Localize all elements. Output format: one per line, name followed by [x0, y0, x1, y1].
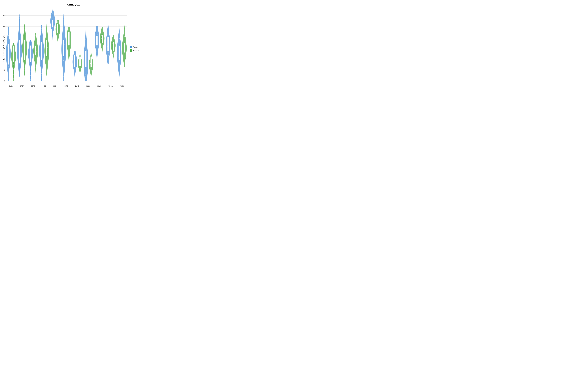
- svg-rect-280: [47, 37, 47, 37]
- svg-rect-235: [41, 60, 41, 60]
- svg-rect-759: [124, 32, 125, 33]
- svg-rect-491: [80, 53, 80, 53]
- svg-rect-645: [108, 45, 108, 45]
- svg-rect-618: [101, 35, 102, 36]
- svg-rect-254: [46, 40, 47, 56]
- svg-rect-59: [13, 75, 14, 75]
- svg-rect-238: [42, 55, 42, 55]
- legend-item-tumor: Tumor: [130, 46, 145, 48]
- svg-rect-150: [24, 27, 25, 28]
- svg-rect-127: [25, 67, 25, 67]
- svg-rect-278: [46, 41, 46, 41]
- svg-rect-643: [107, 48, 107, 48]
- svg-rect-117: [19, 17, 19, 17]
- svg-text:6: 6: [4, 47, 5, 49]
- svg-rect-750: [125, 45, 125, 45]
- svg-rect-486: [80, 57, 80, 57]
- svg-rect-79: [14, 49, 14, 49]
- svg-rect-179: [31, 50, 31, 50]
- svg-rect-345: [57, 29, 57, 29]
- svg-rect-284: [47, 30, 47, 30]
- svg-rect-754: [124, 39, 124, 40]
- svg-rect-441: [75, 68, 75, 68]
- svg-rect-176: [30, 54, 30, 54]
- svg-rect-683: [113, 45, 113, 45]
- svg-rect-480: [79, 60, 80, 61]
- svg-rect-692: [113, 38, 113, 38]
- svg-rect-26: [9, 70, 9, 70]
- svg-rect-540: [90, 67, 91, 67]
- svg-rect-534: [91, 72, 91, 72]
- svg-rect-336: [57, 37, 58, 37]
- svg-rect-61: [14, 72, 14, 72]
- svg-rect-617: [101, 36, 102, 37]
- svg-rect-146: [25, 34, 25, 35]
- svg-rect-216: [35, 38, 36, 38]
- svg-rect-217: [35, 37, 36, 37]
- svg-rect-600: [102, 52, 102, 52]
- svg-rect-516: [86, 37, 86, 37]
- svg-rect-298: [53, 34, 53, 34]
- svg-rect-101: [19, 50, 20, 50]
- svg-rect-41: [8, 43, 8, 43]
- svg-rect-666: [113, 59, 113, 59]
- svg-rect-702: [119, 75, 119, 75]
- svg-rect-98: [19, 56, 19, 56]
- svg-text:12: 12: [3, 15, 5, 17]
- svg-rect-740: [125, 59, 125, 59]
- svg-rect-353: [57, 22, 58, 23]
- svg-rect-380: [63, 35, 63, 36]
- svg-rect-536: [92, 70, 92, 71]
- svg-rect-374: [64, 49, 65, 49]
- svg-rect-661: [108, 21, 108, 21]
- svg-rect-78: [14, 50, 14, 50]
- svg-rect-555: [91, 55, 91, 55]
- svg-rect-100: [19, 52, 19, 52]
- svg-rect-107: [19, 37, 19, 37]
- svg-rect-81: [13, 47, 13, 47]
- svg-rect-122: [25, 75, 25, 75]
- svg-rect-483: [80, 58, 80, 59]
- svg-rect-584: [96, 38, 96, 39]
- svg-rect-647: [109, 42, 109, 42]
- svg-rect-36: [9, 52, 9, 52]
- svg-rect-103: [20, 45, 20, 46]
- svg-rect-477: [81, 63, 81, 63]
- svg-rect-745: [123, 52, 124, 52]
- svg-rect-88: [19, 76, 20, 77]
- svg-rect-570: [97, 57, 97, 57]
- svg-rect-361: [64, 79, 64, 79]
- svg-rect-406: [69, 52, 69, 53]
- svg-rect-394: [69, 70, 69, 70]
- svg-rect-266: [47, 61, 47, 62]
- svg-rect-347: [57, 27, 58, 28]
- svg-rect-488: [80, 55, 80, 55]
- svg-rect-416: [69, 38, 69, 38]
- svg-rect-423: [69, 28, 69, 28]
- svg-rect-313: [52, 19, 52, 19]
- svg-rect-674: [113, 52, 113, 53]
- svg-rect-623: [102, 31, 103, 31]
- svg-rect-219: [35, 34, 36, 34]
- svg-rect-660: [108, 22, 108, 23]
- svg-rect-198: [36, 62, 36, 62]
- svg-rect-208: [35, 49, 35, 49]
- svg-rect-184: [30, 43, 30, 43]
- svg-rect-73: [13, 57, 13, 57]
- svg-rect-470: [80, 67, 80, 67]
- svg-rect-363: [63, 74, 64, 74]
- svg-rect-303: [52, 29, 52, 29]
- svg-rect-264: [47, 65, 47, 65]
- svg-rect-236: [41, 58, 41, 58]
- svg-rect-111: [20, 29, 20, 29]
- svg-rect-407: [69, 51, 69, 51]
- svg-rect-143: [24, 40, 25, 40]
- svg-rect-147: [25, 33, 25, 33]
- svg-rect-338: [57, 35, 58, 35]
- svg-rect-92: [19, 68, 19, 68]
- svg-rect-162: [31, 73, 31, 73]
- svg-rect-474: [79, 65, 80, 65]
- svg-rect-544: [92, 64, 92, 64]
- svg-rect-411: [69, 45, 69, 45]
- svg-rect-315: [53, 17, 53, 17]
